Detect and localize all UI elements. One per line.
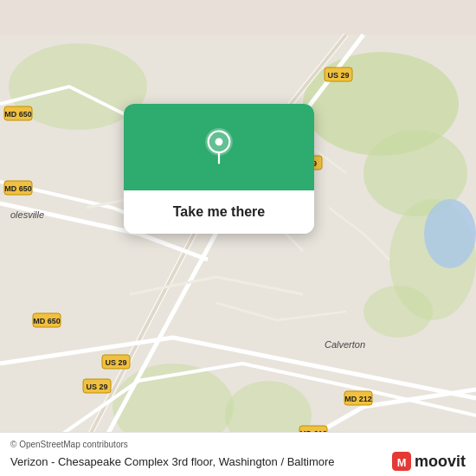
map-container: US 29 MD 650 MD 650 29 MD 650 US 29 US 2… [0, 0, 476, 476]
svg-text:M: M [397, 456, 407, 469]
svg-text:US 29: US 29 [327, 71, 349, 80]
svg-point-8 [424, 199, 476, 268]
card-header [124, 104, 314, 190]
bottom-bar: © OpenStreetMap contributors Verizon - C… [0, 432, 476, 476]
svg-text:US 29: US 29 [86, 383, 107, 391]
svg-text:MD 650: MD 650 [4, 184, 32, 193]
svg-text:Calverton: Calverton [325, 339, 365, 350]
moovit-icon: M [392, 452, 411, 471]
location-pin-icon [200, 128, 238, 166]
bottom-row: Verizon - Chesapeake Complex 3rd floor, … [10, 452, 466, 471]
take-me-there-button[interactable]: Take me there [124, 190, 314, 234]
attribution-text: © OpenStreetMap contributors [10, 440, 466, 449]
svg-text:MD 650: MD 650 [33, 317, 61, 325]
svg-text:MD 650: MD 650 [4, 110, 32, 119]
svg-text:US 29: US 29 [105, 358, 126, 367]
svg-point-31 [215, 138, 223, 145]
navigation-card: Take me there [124, 104, 314, 234]
svg-point-4 [363, 286, 433, 338]
moovit-logo: M moovit [392, 452, 466, 471]
location-label: Verizon - Chesapeake Complex 3rd floor, … [10, 455, 392, 468]
svg-text:olesville: olesville [10, 209, 44, 220]
moovit-wordmark: moovit [415, 453, 466, 471]
svg-text:MD 212: MD 212 [344, 395, 372, 403]
map-background: US 29 MD 650 MD 650 29 MD 650 US 29 US 2… [0, 0, 476, 476]
